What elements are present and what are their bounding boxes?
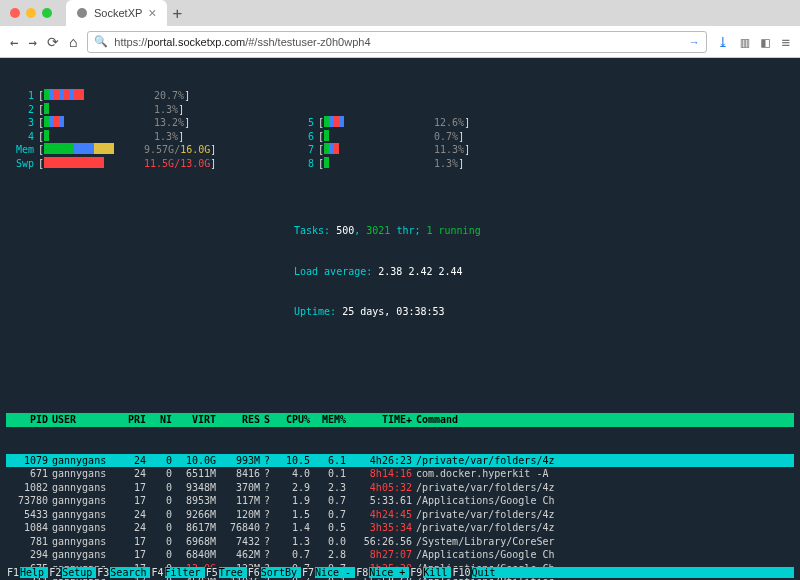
fnlabel-nice +[interactable]: Nice +	[369, 567, 409, 578]
table-row[interactable]: 1082gannygans1709348M370M?2.92.34h05:32/…	[6, 481, 794, 495]
fnlabel-search[interactable]: Search	[110, 567, 150, 578]
home-icon[interactable]: ⌂	[69, 34, 77, 50]
htop-meters: 1[20.7%]2[1.3%]3[13.2%]4[1.3%]Mem[9.57G/…	[6, 89, 794, 373]
maximize-icon[interactable]	[42, 8, 52, 18]
fnkey-f9[interactable]: F9	[409, 567, 423, 578]
fnlabel-filter[interactable]: Filter	[165, 567, 205, 578]
fnkey-f5[interactable]: F5	[205, 567, 219, 578]
fnkey-f10[interactable]: F10	[451, 567, 471, 578]
reload-icon[interactable]: ⟳	[47, 34, 59, 50]
forward-icon[interactable]: →	[28, 34, 36, 50]
meter-1: 1[20.7%]	[6, 89, 266, 103]
table-row[interactable]: 1079gannygans24010.0G993M?10.56.14h26:23…	[6, 454, 794, 468]
table-row[interactable]: 73780gannygans1708953M117M?1.90.75:33.61…	[6, 494, 794, 508]
fnkey-f3[interactable]: F3	[96, 567, 110, 578]
new-tab-button[interactable]: +	[173, 4, 183, 23]
toolbar: ← → ⟳ ⌂ 🔍 https://portal.socketxp.com/#/…	[0, 26, 800, 58]
process-header[interactable]: PID USER PRI NI VIRT RES S CPU% MEM% TIM…	[6, 413, 794, 427]
fnkey-f6[interactable]: F6	[247, 567, 261, 578]
svg-point-0	[77, 8, 87, 18]
meter-5: 5[12.6%]	[286, 116, 546, 130]
back-icon[interactable]: ←	[10, 34, 18, 50]
meter-swp: Swp[11.5G/13.0G]	[6, 157, 266, 171]
fnlabel-tree[interactable]: Tree	[219, 567, 247, 578]
tab-favicon	[76, 7, 88, 19]
window-controls	[0, 8, 62, 18]
fnlabel-nice -[interactable]: Nice -	[315, 567, 355, 578]
browser-tab[interactable]: SocketXP ×	[66, 0, 167, 26]
fnlabel-sortby[interactable]: SortBy	[261, 567, 301, 578]
fnkey-f8[interactable]: F8	[355, 567, 369, 578]
search-icon: 🔍	[94, 35, 108, 48]
meter-8: 8[1.3%]	[286, 157, 546, 171]
terminal[interactable]: 1[20.7%]2[1.3%]3[13.2%]4[1.3%]Mem[9.57G/…	[0, 58, 800, 580]
table-row[interactable]: 1084gannygans2408617M76840?1.40.53h35:34…	[6, 521, 794, 535]
fnkey-f4[interactable]: F4	[150, 567, 164, 578]
fnkey-f1[interactable]: F1	[6, 567, 20, 578]
library-icon[interactable]: ▥	[741, 34, 749, 50]
table-row[interactable]: 781gannygans1706968M7432?1.30.056:26.56/…	[6, 535, 794, 549]
function-bar[interactable]: F1HelpF2SetupF3SearchF4FilterF5TreeF6Sor…	[6, 567, 794, 578]
fnkey-f2[interactable]: F2	[48, 567, 62, 578]
fnlabel-quit[interactable]: Quit	[472, 567, 500, 578]
fnlabel-setup[interactable]: Setup	[62, 567, 96, 578]
meter-6: 6[0.7%]	[286, 130, 546, 144]
sidebar-icon[interactable]: ◧	[761, 34, 769, 50]
tab-title: SocketXP	[94, 7, 142, 19]
minimize-icon[interactable]	[26, 8, 36, 18]
table-row[interactable]: 5433gannygans2409266M120M?1.50.74h24:45/…	[6, 508, 794, 522]
url-text: https://portal.socketxp.com/#/ssh/testus…	[114, 36, 370, 48]
table-row[interactable]: 671gannygans2406511M8416?4.00.18h14:16co…	[6, 467, 794, 481]
meter-mem: Mem[9.57G/16.0G]	[6, 143, 266, 157]
meter-3: 3[13.2%]	[6, 116, 266, 130]
fnkey-f7[interactable]: F7	[301, 567, 315, 578]
table-row[interactable]: 294gannygans1706840M462M?0.72.88h27:07/A…	[6, 548, 794, 562]
meter-7: 7[11.3%]	[286, 143, 546, 157]
fnlabel-help[interactable]: Help	[20, 567, 48, 578]
go-icon[interactable]: →	[689, 36, 700, 48]
meter-4: 4[1.3%]	[6, 130, 266, 144]
download-icon[interactable]: ⤓	[717, 34, 729, 50]
titlebar: SocketXP × +	[0, 0, 800, 26]
close-icon[interactable]	[10, 8, 20, 18]
fnlabel-kill[interactable]: Kill	[423, 567, 451, 578]
url-bar[interactable]: 🔍 https://portal.socketxp.com/#/ssh/test…	[87, 31, 706, 53]
browser-chrome: SocketXP × + ← → ⟳ ⌂ 🔍 https://portal.so…	[0, 0, 800, 58]
meter-2: 2[1.3%]	[6, 103, 266, 117]
process-list[interactable]: 1079gannygans24010.0G993M?10.56.14h26:23…	[6, 454, 794, 581]
menu-icon[interactable]: ≡	[782, 34, 790, 50]
tab-close-icon[interactable]: ×	[148, 5, 156, 21]
sysinfo: Tasks: 500, 3021 thr; 1 running Load ave…	[294, 197, 546, 346]
toolbar-right: ⤓ ▥ ◧ ≡	[717, 34, 790, 50]
